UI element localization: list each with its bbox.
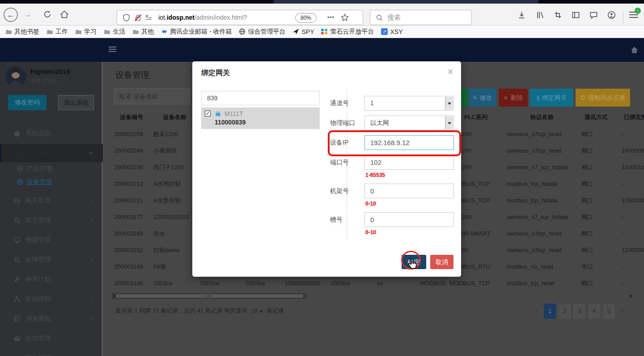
pocket-bubble-icon[interactable] <box>589 11 598 20</box>
slot-input[interactable] <box>364 212 454 227</box>
table-cell: 200003211 <box>112 192 151 209</box>
library-icon[interactable] <box>536 11 545 20</box>
prev-page-button[interactable]: ‹ <box>532 304 541 319</box>
scroll-left-icon[interactable] <box>113 294 115 298</box>
bookmark-folder[interactable]: 学习 <box>75 28 97 36</box>
downloads-icon[interactable] <box>517 11 526 20</box>
app-home-icon[interactable] <box>631 46 638 55</box>
page-button-5[interactable]: 5 <box>603 304 615 319</box>
update-badge[interactable]: ↑ <box>635 8 641 14</box>
reload-button[interactable] <box>41 10 54 23</box>
bookmark-ezviz[interactable]: 萤石云开放平台 <box>321 28 374 36</box>
bookmark-mgmt-platform[interactable]: 综合管理平台 <box>239 28 285 36</box>
sidebar-item-workshop[interactable]: 车间管理 <box>0 348 103 356</box>
insecure-lock-icon[interactable] <box>134 14 142 23</box>
channel-select[interactable]: 1 <box>364 96 454 111</box>
account-icon[interactable] <box>607 11 616 20</box>
column-header[interactable]: 通讯方式 <box>579 109 613 126</box>
sidebar-item-notifications[interactable]: 消息通知 ‹ <box>0 309 103 329</box>
close-icon[interactable]: × <box>448 67 453 77</box>
table-cell: MODBUS_TCP <box>447 275 504 292</box>
table-cell: 网口 <box>579 275 613 292</box>
dropdown-arrow-icon[interactable] <box>445 97 453 110</box>
bookmark-folder[interactable]: 生活 <box>104 28 125 36</box>
page-button-3[interactable]: 3 <box>573 304 585 319</box>
horizontal-scrollbar[interactable] <box>112 293 307 299</box>
logout-button[interactable]: 退出系统 <box>58 95 94 110</box>
scroll-right-icon[interactable] <box>630 294 632 298</box>
table-cell: 网口 <box>579 142 613 159</box>
page-button-1[interactable]: 1 <box>544 304 556 319</box>
sidebar-item-device-mgmt[interactable]: 设备管理 <box>0 176 103 189</box>
channel-label: 通道号 <box>330 99 365 107</box>
edit-button[interactable]: ✎修改 <box>469 89 496 107</box>
home-button[interactable] <box>58 10 71 23</box>
sidebar-item-fault[interactable]: 故障管理 ‹ <box>0 250 103 270</box>
bookmark-folder[interactable]: 其他 <box>132 28 154 36</box>
scrollbar-thumb[interactable] <box>116 294 303 298</box>
change-password-button[interactable]: 修改密码 <box>8 95 47 110</box>
table-cell: 200003149 <box>112 258 151 275</box>
sidebar-toggle-icon[interactable] <box>572 11 580 20</box>
page-size-select[interactable]: 10 <box>251 308 263 314</box>
column-header[interactable]: 设备编号 <box>112 109 151 126</box>
forward-button[interactable]: → <box>21 9 34 22</box>
sitemap-icon <box>13 296 21 303</box>
url-host: idosp.net <box>167 14 195 21</box>
zoom-level-badge[interactable]: 80% <box>295 13 317 23</box>
bookmark-folder[interactable]: 工作 <box>47 28 68 36</box>
dropdown-arrow-icon[interactable] <box>445 116 453 129</box>
search-bar[interactable]: 搜索 <box>370 10 472 25</box>
bookmark-star-icon[interactable] <box>341 13 349 23</box>
gateway-list-item[interactable]: ✓ M111T 110000839 <box>201 107 320 129</box>
port-input[interactable] <box>364 155 454 170</box>
cancel-button[interactable]: 取消 <box>430 255 453 269</box>
table-cell: siemens_s7tcp_hinet <box>504 242 579 258</box>
sidebar-item-products[interactable]: 产品设备 <box>0 144 103 162</box>
checkbox-checked-icon[interactable]: ✓ <box>205 111 211 116</box>
sidebar-item-config[interactable]: 组态管理 ‹ <box>0 210 103 230</box>
back-button[interactable]: ← <box>4 8 18 22</box>
device-search-input[interactable] <box>114 88 190 104</box>
physical-port-select[interactable]: 以太网 <box>364 116 454 130</box>
page-actions-icon[interactable]: ••• <box>327 14 335 21</box>
sidebar-item-video[interactable]: 视频管理 <box>0 230 103 250</box>
page-title: 设备管理 <box>115 69 149 81</box>
force-sync-button[interactable]: 强制同步点表 <box>576 89 630 107</box>
sidebar-item-linkage[interactable]: 联动控制 ‹ <box>0 289 103 309</box>
rack-label: 机架号 <box>330 187 365 195</box>
next-page-button[interactable]: › <box>618 304 627 319</box>
permissions-icon[interactable] <box>145 14 153 23</box>
url-bar[interactable]: iot.idosp.net/admin/index.html? 80% ••• <box>117 10 363 25</box>
active-tab[interactable] <box>274 0 538 4</box>
page-button-2[interactable]: 2 <box>559 304 571 319</box>
sidebar-item-sms[interactable]: 短信管理 <box>0 329 103 348</box>
screenshot-crop-icon[interactable] <box>554 11 563 20</box>
delete-button[interactable]: ✕删除 <box>499 89 528 107</box>
browser-tab-strip[interactable] <box>0 0 644 4</box>
gateway-search-input[interactable] <box>201 91 320 105</box>
sidebar-item-product-mgmt[interactable]: 产品管理 <box>0 162 103 176</box>
page-button-4[interactable]: 4 <box>588 304 600 319</box>
bind-gateway-button[interactable]: §绑定网关 <box>530 89 573 107</box>
url-text[interactable]: iot.idosp.net/admin/index.html? <box>158 14 247 21</box>
tracking-shield-icon[interactable] <box>123 14 130 23</box>
avatar[interactable] <box>5 66 26 87</box>
bookmark-tencent-mail[interactable]: 腾讯企业邮箱 - 收件箱 <box>161 28 232 36</box>
table-cell: 200003248 <box>112 142 151 159</box>
gateway-device-icon <box>215 111 221 118</box>
bookmark-xsy[interactable]: ↗XSY <box>381 28 402 35</box>
sidebar-item-gateway[interactable]: 网关管理 ‹ <box>0 191 103 210</box>
column-header[interactable]: 已绑定网关 <box>613 109 644 126</box>
column-header[interactable]: 协议名称 <box>504 109 579 126</box>
table-row[interactable]: 2000031450303ce0303ce0303ce1588888888803… <box>112 275 644 292</box>
table-cell: 200003256 <box>112 126 151 142</box>
rack-input[interactable] <box>364 184 454 198</box>
sidebar-item-overview[interactable]: 系统总览 <box>0 124 103 142</box>
sidebar-item-maintenance[interactable]: 保养计划 <box>0 270 103 289</box>
column-header[interactable]: 设备名称 <box>151 109 198 126</box>
sidebar-collapse-icon[interactable] <box>109 47 116 53</box>
bookmark-folder[interactable]: 其他书签 <box>5 28 39 36</box>
bookmark-spy[interactable]: SPY <box>292 28 314 35</box>
table-cell: - <box>613 258 644 275</box>
